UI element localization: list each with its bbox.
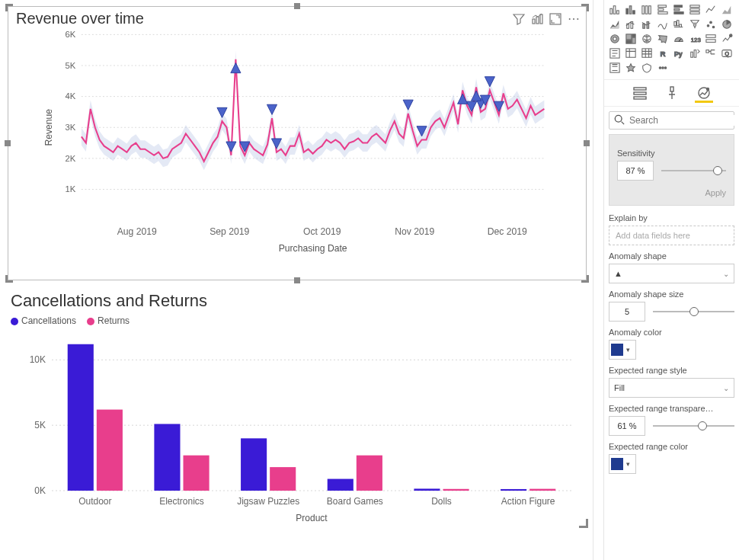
viz-key-influencers[interactable] [687,46,702,60]
anomaly-color-picker[interactable]: ▾ [609,340,636,360]
viz-pie[interactable] [719,18,734,31]
viz-column[interactable] [655,3,670,17]
visual-tile-cancellations[interactable]: Cancellations and Returns Cancellations … [8,291,587,526]
viz-gauge[interactable] [671,32,686,46]
viz-arcgis[interactable] [639,61,654,75]
search-box[interactable] [609,111,734,130]
viz-barstacked[interactable] [607,3,622,17]
svg-rect-70 [674,22,677,26]
collapsed-pane[interactable] [593,0,603,560]
svg-rect-50 [617,11,619,14]
range-color-picker[interactable]: ▾ [609,454,636,474]
svg-text:Sep 2019: Sep 2019 [210,226,249,237]
resize-handle[interactable] [294,277,300,283]
svg-rect-86 [706,40,715,43]
viz-map[interactable] [639,32,654,46]
resize-handle[interactable] [294,3,300,9]
svg-rect-59 [658,12,667,14]
legend-item[interactable]: Cancellations [11,315,76,326]
report-canvas[interactable]: Revenue over time ⋯ 1K2K3K4K5K6KRevenueA… [0,0,593,560]
viz-area[interactable] [719,3,734,17]
viz-treemap[interactable] [623,32,638,46]
viz-multi-card[interactable] [703,32,718,46]
visual-title: Cancellations and Returns [8,291,587,311]
svg-rect-36 [270,467,296,491]
viz-decomposition[interactable] [703,46,718,60]
viz-table[interactable] [623,46,638,60]
properties-scroll[interactable]: Sensitivity 87 % Apply Explain by Add da… [604,134,739,557]
shape-size-slider[interactable] [653,302,734,321]
viz-line-bar2[interactable] [639,18,654,31]
tab-analytics[interactable] [695,85,713,103]
viz-column100[interactable] [687,3,702,17]
viz-slicer[interactable] [607,46,622,60]
focus-mode-icon[interactable] [549,13,561,25]
viz-card[interactable]: 123 [687,32,702,46]
more-options-icon[interactable]: ⋯ [568,13,580,25]
viz-line-bar[interactable] [623,18,638,31]
svg-rect-0 [533,19,535,24]
resize-handle[interactable] [581,275,589,283]
svg-text:Electronics: Electronics [159,496,204,507]
tab-format[interactable] [663,85,681,103]
viz-ribbon[interactable] [655,18,670,31]
viz-donut[interactable] [607,32,622,46]
resize-handle[interactable] [584,140,590,146]
pane-tabs [604,80,739,107]
viz-matrix[interactable] [639,46,654,60]
viz-funnel[interactable] [687,18,702,31]
drill-icon[interactable] [531,13,543,25]
svg-rect-60 [674,5,683,8]
chevron-down-icon: ⌄ [723,384,729,392]
resize-handle[interactable] [5,4,13,11]
viz-gallery: 123RPyQ [604,0,739,80]
range-transparency-value[interactable]: 61 % [609,416,645,436]
viz-scatter[interactable] [703,18,718,31]
svg-text:4K: 4K [66,91,76,101]
viz-area-stacked[interactable] [607,18,622,31]
viz-bar100[interactable] [639,3,654,17]
viz-more-visuals[interactable] [655,61,670,75]
svg-rect-65 [690,12,699,14]
viz-r-visual[interactable]: R [655,46,670,60]
range-transparency-slider[interactable] [653,417,734,435]
viz-kpi[interactable] [719,32,734,46]
svg-text:Dec 2019: Dec 2019 [488,226,527,237]
svg-text:Purchasing Date: Purchasing Date [279,243,347,254]
legend-item[interactable]: Returns [87,315,130,326]
filter-icon[interactable] [513,13,525,25]
viz-apps[interactable] [623,61,638,75]
viz-py-visual[interactable]: Py [671,46,686,60]
search-input[interactable] [629,115,739,126]
apply-button[interactable]: Apply [705,188,726,197]
svg-text:Product: Product [296,513,328,523]
sensitivity-slider[interactable] [661,162,726,180]
viz-paginated[interactable] [607,61,622,75]
svg-rect-63 [690,5,699,8]
viz-filledmap[interactable] [655,32,670,46]
viz-column-stacked[interactable] [671,3,686,17]
resize-handle[interactable] [5,275,13,283]
viz-line[interactable] [703,3,718,17]
shape-size-value[interactable]: 5 [609,302,645,322]
svg-rect-103 [634,92,646,94]
viz-waterfall[interactable] [671,18,686,31]
anomaly-shape-select[interactable]: ▲⌄ [609,264,734,283]
legend: Cancellations Returns [8,311,587,326]
viz-qa[interactable]: Q [719,46,734,60]
resize-handle[interactable] [5,140,11,146]
svg-text:Dolls: Dolls [431,496,452,507]
svg-rect-104 [634,97,646,99]
svg-rect-102 [634,88,646,90]
resize-handle[interactable] [581,4,589,11]
tab-fields[interactable] [631,85,649,103]
svg-rect-56 [649,6,651,14]
viz-barclustered[interactable] [623,3,638,17]
svg-rect-41 [414,488,440,491]
explain-by-well[interactable]: Add data fields here [609,226,734,245]
visual-tile-revenue[interactable]: Revenue over time ⋯ 1K2K3K4K5K6KRevenueA… [8,6,587,280]
svg-rect-58 [658,8,664,11]
sensitivity-value[interactable]: 87 % [617,161,654,181]
range-style-select[interactable]: Fill⌄ [609,378,734,398]
resize-handle[interactable] [579,519,588,528]
